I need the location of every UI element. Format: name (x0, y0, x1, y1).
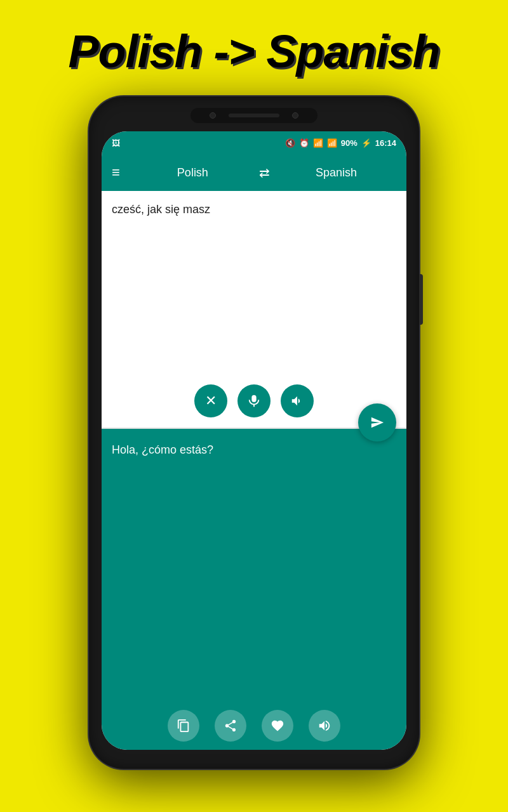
output-text[interactable]: Hola, ¿cómo estás? (112, 442, 396, 707)
battery-icon: ⚡ (361, 138, 371, 148)
input-action-buttons: ✕ (112, 377, 396, 422)
speaker-grill (229, 114, 279, 117)
clock: 16:14 (375, 138, 396, 148)
copy-button[interactable] (168, 710, 199, 742)
speaker-input-button[interactable] (281, 384, 314, 417)
app-toolbar: ≡ Polish ⇄ Spanish (102, 154, 406, 191)
status-right: 🔇 ⏰ 📶 📶 90% ⚡ 16:14 (285, 138, 396, 148)
target-language[interactable]: Spanish (276, 166, 396, 180)
send-button[interactable] (358, 403, 396, 442)
wifi-icon: 📶 (313, 138, 323, 148)
swap-languages-icon[interactable]: ⇄ (253, 165, 276, 180)
favorite-button[interactable] (262, 710, 293, 742)
phone-shell: 🖼 🔇 ⏰ 📶 📶 90% ⚡ 16:14 ≡ Polish ⇄ Spanish (89, 96, 419, 769)
status-bar: 🖼 🔇 ⏰ 📶 📶 90% ⚡ 16:14 (102, 131, 406, 154)
mic-button[interactable] (237, 384, 271, 417)
page-title: Polish -> Spanish (68, 25, 439, 77)
phone-top-bar (190, 108, 318, 123)
menu-icon[interactable]: ≡ (112, 164, 120, 181)
image-icon: 🖼 (112, 138, 120, 148)
clear-button[interactable]: ✕ (194, 384, 227, 417)
camera-dot-2 (292, 112, 298, 119)
bottom-action-bar (102, 707, 406, 750)
input-text[interactable]: cześć, jak się masz (112, 201, 396, 377)
battery-level: 90% (341, 138, 358, 148)
output-area: Hola, ¿cómo estás? (102, 429, 406, 707)
share-button[interactable] (215, 710, 246, 742)
camera-dot (210, 112, 216, 119)
source-language[interactable]: Polish (133, 166, 253, 180)
mute-icon: 🔇 (285, 138, 295, 148)
signal-icon: 📶 (327, 138, 337, 148)
phone-screen: 🖼 🔇 ⏰ 📶 📶 90% ⚡ 16:14 ≡ Polish ⇄ Spanish (102, 131, 406, 750)
phone-device: 🖼 🔇 ⏰ 📶 📶 90% ⚡ 16:14 ≡ Polish ⇄ Spanish (89, 96, 419, 769)
speaker-output-button[interactable] (309, 710, 340, 742)
input-area: cześć, jak się masz ✕ (102, 191, 406, 428)
status-left: 🖼 (112, 138, 123, 148)
power-button (419, 274, 423, 325)
alarm-icon: ⏰ (299, 138, 309, 148)
